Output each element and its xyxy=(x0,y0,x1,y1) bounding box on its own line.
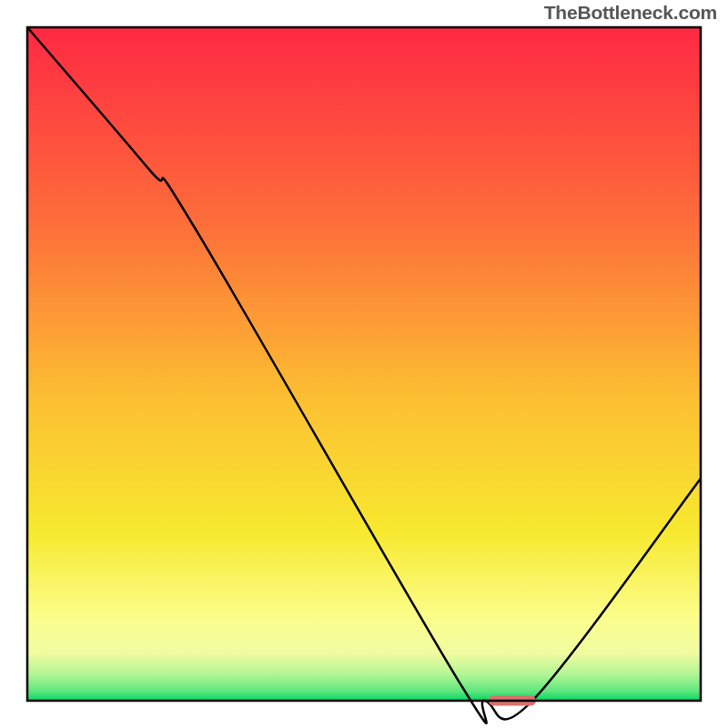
bottleneck-chart: TheBottleneck.com xyxy=(0,0,728,728)
plot-background xyxy=(27,27,701,701)
attribution-label: TheBottleneck.com xyxy=(544,2,717,24)
chart-svg xyxy=(0,0,728,728)
